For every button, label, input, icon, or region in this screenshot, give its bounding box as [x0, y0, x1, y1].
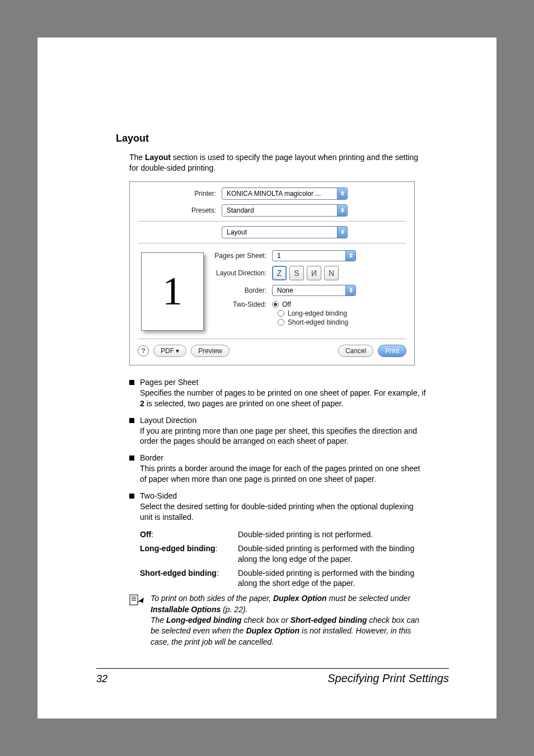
border-label: Border: — [212, 287, 272, 294]
bullet-layout-direction: Layout Direction If you are printing mor… — [129, 416, 427, 447]
note-icon — [129, 594, 145, 647]
bullet-title: Two-Sided — [140, 491, 177, 500]
radio-icon — [278, 310, 284, 317]
bullet-title: Pages per Sheet — [140, 378, 198, 387]
document-page: Layout The Layout section is used to spe… — [38, 37, 496, 719]
ld-glyph: Z — [277, 269, 282, 278]
desc: Double-sided printing is performed with … — [238, 568, 427, 589]
desc: Double-sided printing is not performed. — [238, 529, 427, 540]
bold-text: 2 — [140, 399, 144, 408]
page-preview-thumb: 1 — [141, 252, 204, 331]
radio-icon — [278, 319, 284, 326]
two-sided-row: Two-Sided: Off — [212, 300, 406, 308]
bullet-two-sided: Two-Sided Select the desired setting for… — [129, 491, 427, 523]
stepper-icon — [337, 188, 347, 199]
term: Short-edged binding — [140, 569, 217, 577]
colon: : — [216, 544, 218, 553]
pps-label: Pages per Sheet: — [212, 252, 272, 260]
radio-icon — [272, 301, 279, 308]
text: Specifies the number of pages to be prin… — [140, 388, 426, 397]
divider — [138, 221, 406, 222]
preview-button[interactable]: Preview — [191, 345, 229, 357]
layout-options: Pages per Sheet: 1 Layout Direction: Z S… — [212, 250, 406, 331]
ld-glyph: S — [294, 269, 299, 278]
section-heading: Layout — [116, 133, 427, 144]
help-button[interactable]: ? — [138, 345, 149, 356]
print-dialog: Printer: KONICA MINOLTA magicolor ... Pr… — [129, 181, 415, 365]
ts-label: Two-Sided: — [212, 300, 272, 308]
ts-off-label: Off — [282, 300, 291, 308]
text: (p. 22). — [221, 605, 247, 614]
square-bullet-icon — [129, 456, 134, 461]
colon: : — [217, 569, 219, 577]
printer-select[interactable]: KONICA MINOLTA magicolor ... — [222, 187, 348, 200]
layout-direction-option-4[interactable]: N — [324, 266, 339, 280]
presets-value: Standard — [222, 206, 337, 214]
presets-row: Presets: Standard — [138, 204, 406, 217]
bullet-pages-per-sheet: Pages per Sheet Specifies the number of … — [129, 378, 427, 409]
bold-text: Installable Options — [151, 605, 221, 614]
border-row: Border: None — [212, 285, 406, 296]
pps-value: 1 — [273, 252, 345, 260]
note-text: To print on both sides of the paper, Dup… — [151, 593, 427, 647]
print-label: Print — [385, 347, 399, 355]
printer-value: KONICA MINOLTA magicolor ... — [222, 190, 337, 198]
section-value: Layout — [222, 228, 337, 236]
term: Off — [140, 530, 151, 539]
intro-text-pre: The — [129, 153, 145, 162]
printer-label: Printer: — [138, 190, 222, 198]
text: is selected, two pages are printed on on… — [144, 399, 344, 408]
bullet-list: Pages per Sheet Specifies the number of … — [129, 378, 427, 523]
layout-options-group: 1 Pages per Sheet: 1 Layout Direction: Z — [138, 243, 406, 339]
def-short: Short-edged binding: Double-sided printi… — [140, 568, 427, 589]
bullet-border: Border This prints a border around the i… — [129, 453, 427, 485]
text: The — [151, 616, 166, 624]
printer-row: Printer: KONICA MINOLTA magicolor ... — [138, 187, 406, 200]
print-button[interactable]: Print — [378, 345, 406, 357]
square-bullet-icon — [129, 380, 134, 385]
text: must be selected under — [327, 594, 410, 603]
bullet-body: If you are printing more than one page p… — [140, 426, 427, 447]
pages-per-sheet-row: Pages per Sheet: 1 — [212, 250, 406, 261]
cancel-button[interactable]: Cancel — [338, 345, 373, 357]
def-off: Off: Double-sided printing is not perfor… — [140, 529, 427, 540]
layout-direction-buttons: Z S И N — [272, 266, 339, 280]
pps-select[interactable]: 1 — [272, 250, 356, 261]
bold-text: Short-edged binding — [291, 616, 367, 624]
square-bullet-icon — [129, 418, 134, 423]
layout-direction-option-2[interactable]: S — [289, 266, 304, 280]
term: Long-edged binding — [140, 544, 216, 553]
border-select[interactable]: None — [272, 285, 356, 296]
layout-direction-option-3[interactable]: И — [307, 266, 321, 280]
intro-bold: Layout — [145, 153, 171, 162]
ts-short-label: Short-edged binding — [288, 318, 348, 326]
ts-long-label: Long-edged binding — [288, 309, 347, 317]
page-thumb-number: 1 — [162, 268, 182, 314]
ts-option-off[interactable]: Off — [272, 300, 291, 308]
note-block: To print on both sides of the paper, Dup… — [129, 593, 427, 647]
section-select[interactable]: Layout — [222, 226, 348, 238]
presets-select[interactable]: Standard — [222, 204, 348, 217]
section-row: Layout — [138, 226, 406, 238]
svg-rect-0 — [130, 595, 138, 605]
preview-label: Preview — [198, 347, 222, 355]
ts-option-short[interactable]: Short-edged binding — [278, 318, 406, 326]
stepper-icon — [337, 227, 347, 238]
help-glyph: ? — [141, 346, 146, 355]
bold-text: Duplex Option — [273, 594, 327, 603]
two-sided-definitions: Off: Double-sided printing is not perfor… — [140, 529, 427, 589]
section-title: Specifying Print Settings — [107, 672, 449, 685]
bullet-title: Border — [140, 453, 163, 462]
stepper-icon — [337, 205, 347, 216]
bullet-body: This prints a border around the image fo… — [140, 463, 427, 485]
intro-text-post: section is used to specify the page layo… — [129, 153, 418, 172]
def-long: Long-edged binding: Double-sided printin… — [140, 543, 427, 565]
colon: : — [151, 530, 153, 539]
ld-glyph: N — [329, 269, 334, 278]
dialog-footer: ? PDF ▾ Preview Cancel Print — [138, 345, 406, 357]
ts-option-long[interactable]: Long-edged binding — [278, 309, 406, 317]
text: check box or — [242, 616, 291, 624]
pdf-button[interactable]: PDF ▾ — [153, 345, 186, 357]
layout-direction-option-1[interactable]: Z — [272, 266, 287, 280]
square-bullet-icon — [129, 494, 134, 499]
